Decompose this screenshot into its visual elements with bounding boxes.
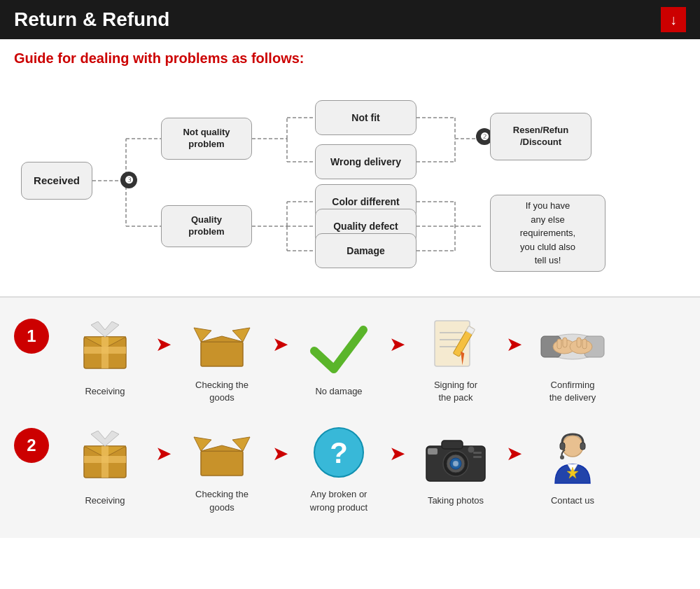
- not-quality-problem-box: Not qualityproblem: [161, 118, 252, 160]
- process-row-2: 2 Receiving ➤: [14, 421, 686, 513]
- svg-rect-77: [580, 443, 585, 450]
- guide-section: Guide for dealing with problems as follo…: [0, 39, 700, 296]
- if-you-have-box: If you haveany elserequirements,you clul…: [490, 195, 606, 272]
- step-receiving-2-label: Receiving: [85, 494, 125, 507]
- step-taking-photos: Taking photos: [407, 427, 505, 507]
- svg-rect-56: [84, 456, 126, 463]
- process-steps-2: Receiving ➤ Checking thegoods ➤: [56, 421, 686, 513]
- svg-rect-51: [577, 338, 581, 347]
- svg-rect-76: [560, 443, 565, 450]
- svg-rect-69: [442, 441, 463, 449]
- svg-marker-36: [201, 336, 243, 342]
- flowchart: Received ❸ Not qualityproblem Qualitypro…: [14, 79, 686, 282]
- step-contact-us-label: Contact us: [551, 494, 594, 507]
- svg-rect-72: [473, 452, 482, 454]
- step-number-1: 1: [14, 319, 49, 354]
- not-fit-box: Not fit: [315, 100, 416, 135]
- step-contact-us: Contact us: [524, 427, 622, 507]
- arrow-1-4: ➤: [506, 333, 522, 356]
- camera-icon: [417, 427, 494, 490]
- process-steps-1: Receiving ➤ Checking thegoods ➤: [56, 312, 686, 404]
- step-confirming: Confirmingthe delivery: [524, 312, 622, 404]
- step-confirming-label: Confirmingthe delivery: [550, 379, 596, 404]
- step-signing: Signing forthe pack: [407, 312, 505, 404]
- pencil-paper-icon: [417, 312, 494, 375]
- svg-marker-32: [91, 321, 119, 337]
- svg-rect-52: [582, 339, 587, 349]
- step-taking-photos-label: Taking photos: [428, 494, 484, 507]
- step-signing-label: Signing forthe pack: [434, 379, 477, 404]
- down-arrow-icon: ↓: [661, 7, 686, 32]
- step-no-damage: No damage: [290, 318, 388, 398]
- svg-rect-31: [84, 347, 126, 354]
- svg-rect-58: [201, 451, 243, 476]
- step-receiving-1: Receiving: [56, 318, 154, 398]
- arrow-1-1: ➤: [155, 333, 172, 356]
- guide-title: Guide for dealing with problems as follo…: [14, 50, 686, 67]
- svg-rect-50: [563, 338, 567, 347]
- step-checking-1-label: Checking thegoods: [195, 379, 248, 404]
- step-number-2: 2: [14, 428, 49, 463]
- arrow-1-3: ➤: [389, 333, 405, 356]
- arrow-2-4: ➤: [506, 442, 522, 465]
- step-question: ? Any broken orwrong product: [290, 421, 388, 513]
- process-row-1: 1 Receiving ➤: [14, 312, 686, 404]
- box-open-2-icon: [183, 421, 260, 484]
- step-question-label: Any broken orwrong product: [310, 488, 368, 513]
- step-receiving-2: Receiving: [56, 427, 154, 507]
- wrong-delivery-box: Wrong delivery: [315, 144, 416, 179]
- arrow-1-2: ➤: [272, 333, 288, 356]
- svg-marker-57: [91, 431, 119, 446]
- arrow-2-2: ➤: [272, 442, 288, 465]
- resen-refund-box: Resen/Refun/Discount: [490, 113, 592, 160]
- step-checking-2-label: Checking thegoods: [195, 488, 248, 513]
- box-open-icon: [183, 312, 260, 375]
- checkmark-icon: [300, 318, 377, 381]
- svg-rect-49: [557, 339, 561, 349]
- damage-box: Damage: [315, 233, 416, 268]
- received-box: Received: [21, 162, 92, 200]
- arrow-2-1: ➤: [155, 442, 172, 465]
- person-headset-icon: [534, 427, 611, 490]
- svg-point-78: [560, 455, 564, 459]
- quality-problem-box: Qualityproblem: [161, 205, 252, 247]
- svg-marker-61: [201, 445, 243, 451]
- step-no-damage-label: No damage: [315, 385, 362, 398]
- box-closed-icon: [66, 318, 144, 381]
- page-title: Return & Refund: [14, 8, 169, 31]
- header: Return & Refund ↓: [0, 0, 700, 39]
- badge-3: ❸: [120, 172, 137, 188]
- question-circle-icon: ?: [300, 421, 377, 484]
- handshake-icon: [534, 312, 611, 375]
- svg-rect-71: [428, 448, 438, 455]
- step-checking-1: Checking thegoods: [173, 312, 271, 404]
- step-receiving-1-label: Receiving: [85, 385, 125, 398]
- process-section: 1 Receiving ➤: [0, 296, 700, 538]
- box-closed-2-icon: [66, 427, 144, 490]
- svg-text:?: ?: [330, 436, 348, 469]
- svg-rect-33: [201, 342, 243, 366]
- svg-rect-73: [473, 456, 482, 458]
- arrow-2-3: ➤: [389, 442, 405, 465]
- step-checking-2: Checking thegoods: [173, 421, 271, 513]
- svg-point-68: [453, 461, 458, 466]
